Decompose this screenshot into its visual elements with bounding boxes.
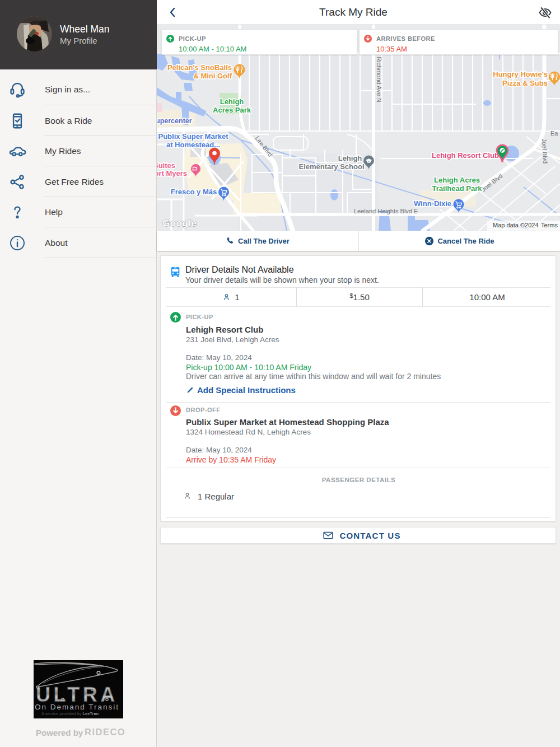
svg-text:Fresco y Más: Fresco y Más xyxy=(171,188,217,196)
svg-text:upercenter: upercenter xyxy=(157,117,192,125)
svg-text:Joel Blvd: Joel Blvd xyxy=(541,138,549,164)
svg-text:Lehigh Acres: Lehigh Acres xyxy=(434,176,480,184)
svg-text:Lehigh: Lehigh xyxy=(220,97,244,106)
svg-text:Hungry Howie's: Hungry Howie's xyxy=(493,70,548,78)
svg-text:A service provided by LeeTran: A service provided by LeeTran xyxy=(41,711,99,716)
svg-text:n & Suites: n & Suites xyxy=(157,161,175,170)
svg-text:Map data ©2024: Map data ©2024 xyxy=(493,222,539,228)
svg-text:Pizza & Subs: Pizza & Subs xyxy=(502,79,548,87)
svg-text:Lehigh: Lehigh xyxy=(338,154,362,162)
svg-text:On Demand Transit: On Demand Transit xyxy=(35,703,119,711)
svg-text:Elementary School: Elementary School xyxy=(298,162,364,171)
svg-text:Ea: Ea xyxy=(550,130,558,137)
svg-text:Lehigh Resort Club: Lehigh Resort Club xyxy=(432,151,499,160)
svg-text:at Homestead...: at Homestead... xyxy=(166,141,220,149)
svg-text:Pelican's SnoBalls: Pelican's SnoBalls xyxy=(167,63,232,72)
svg-text:Richmond Ave N: Richmond Ave N xyxy=(376,57,382,102)
svg-text:Winn-Dixie: Winn-Dixie xyxy=(414,199,451,208)
svg-text:Publix Super Market: Publix Super Market xyxy=(158,132,229,141)
svg-text:Acres Park: Acres Park xyxy=(213,106,251,114)
svg-text:ort Myers: ort Myers xyxy=(157,169,187,178)
svg-text:Trailhead Park: Trailhead Park xyxy=(432,184,483,193)
svg-text:Terms: Terms xyxy=(541,222,558,228)
svg-text:Leeland Heights Blvd E: Leeland Heights Blvd E xyxy=(354,208,418,214)
svg-text:Google: Google xyxy=(162,218,197,228)
svg-text:& Mini Golf: & Mini Golf xyxy=(193,72,232,80)
